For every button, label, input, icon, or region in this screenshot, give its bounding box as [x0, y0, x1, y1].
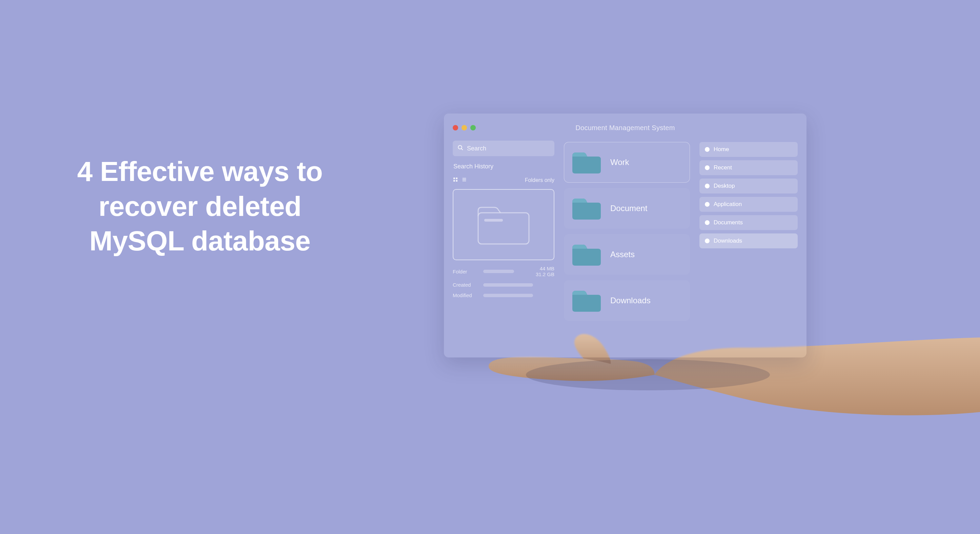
folder-item-downloads[interactable]: Downloads	[564, 280, 690, 321]
folder-label: Assets	[610, 250, 635, 259]
svg-rect-4	[456, 178, 457, 179]
bullet-icon	[705, 165, 710, 170]
grid-icon[interactable]	[453, 177, 458, 184]
bullet-icon	[705, 184, 710, 188]
meta-created-label: Created	[453, 282, 483, 288]
bullet-icon	[705, 220, 710, 225]
window-title: Document Management System	[453, 124, 798, 132]
metadata-block: Folder 44 MB 31.2 GB Created Modified	[453, 265, 554, 298]
meta-row-created: Created	[453, 282, 554, 288]
nav-item-downloads[interactable]: Downloads	[699, 234, 798, 248]
svg-point-0	[526, 359, 770, 390]
folder-item-document[interactable]: Document	[564, 188, 690, 229]
meta-folder-label: Folder	[453, 269, 483, 275]
folder-icon	[571, 242, 602, 267]
svg-rect-10	[478, 213, 529, 244]
folder-icon	[571, 150, 602, 175]
folder-icon	[571, 196, 602, 221]
nav-item-desktop[interactable]: Desktop	[699, 178, 798, 194]
svg-rect-6	[456, 180, 457, 182]
svg-point-1	[458, 145, 462, 149]
nav-label: Documents	[714, 219, 743, 226]
folders-only-row: Folders only	[453, 177, 554, 184]
meta-bar	[483, 283, 533, 287]
bullet-icon	[705, 202, 710, 207]
meta-size-1: 44 MB	[527, 265, 554, 272]
meta-modified-label: Modified	[453, 292, 483, 298]
nav-item-documents[interactable]: Documents	[699, 215, 798, 230]
sidebar-right: Home Recent Desktop Application Document…	[699, 141, 798, 350]
document-management-window: Document Management System Search Search…	[444, 113, 807, 358]
folder-item-assets[interactable]: Assets	[564, 234, 690, 275]
bullet-icon	[705, 147, 710, 152]
folder-label: Document	[610, 203, 647, 213]
meta-size-2: 31.2 GB	[527, 272, 554, 277]
search-placeholder: Search	[467, 145, 486, 152]
svg-rect-5	[453, 180, 455, 182]
nav-item-recent[interactable]: Recent	[699, 160, 798, 175]
svg-rect-11	[484, 219, 503, 222]
search-icon	[457, 145, 464, 153]
folder-label: Downloads	[610, 296, 651, 305]
bullet-icon	[705, 238, 710, 243]
meta-bar	[483, 270, 514, 273]
window-titlebar: Document Management System	[453, 121, 798, 135]
folder-item-work[interactable]: Work	[564, 142, 690, 183]
folder-list: Work Document Assets Downloads	[564, 141, 690, 350]
meta-row-folder: Folder 44 MB 31.2 GB	[453, 265, 554, 277]
list-icon[interactable]	[461, 177, 467, 184]
folder-icon	[571, 288, 602, 313]
nav-item-application[interactable]: Application	[699, 197, 798, 212]
nav-label: Home	[714, 146, 729, 153]
search-input[interactable]: Search	[453, 141, 554, 156]
svg-line-2	[461, 148, 463, 150]
meta-bar	[483, 294, 533, 297]
headline-text: 4 Effective ways to recover deleted MySQ…	[48, 154, 352, 259]
nav-label: Desktop	[714, 183, 735, 189]
nav-label: Application	[714, 201, 742, 208]
search-history-label: Search History	[453, 162, 554, 172]
nav-label: Downloads	[714, 237, 742, 244]
sidebar-left: Search Search History Folders only	[453, 141, 554, 350]
svg-rect-3	[453, 178, 455, 179]
meta-row-modified: Modified	[453, 292, 554, 298]
folder-label: Work	[610, 157, 629, 167]
nav-label: Recent	[714, 164, 732, 171]
folders-only-label: Folders only	[525, 177, 554, 183]
folder-preview	[453, 189, 554, 260]
nav-item-home[interactable]: Home	[699, 142, 798, 157]
